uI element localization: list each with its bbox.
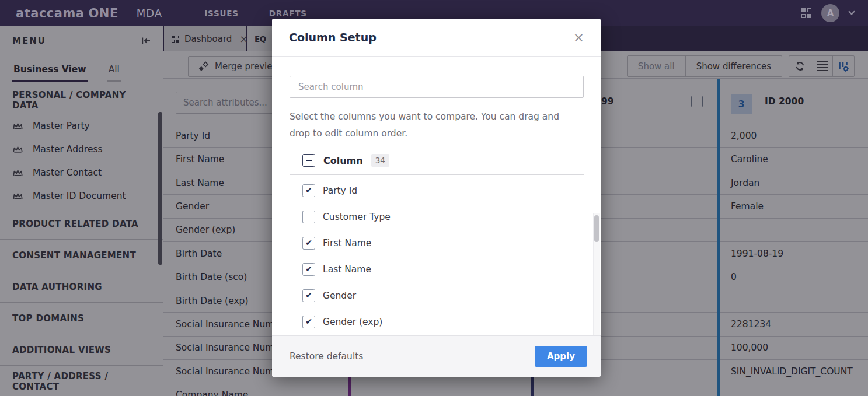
modal-scrollbar-track[interactable] <box>593 213 600 335</box>
chevron-down-icon[interactable] <box>848 8 855 15</box>
apps-grid-square <box>807 14 811 18</box>
topbar-nav: ISSUESDRAFTS <box>204 9 307 18</box>
logo-text: ataccama <box>16 6 85 20</box>
column-list-item[interactable]: Gender (exp) <box>290 309 584 335</box>
ataccama-logo: ataccama ONE <box>16 6 118 20</box>
logo-divider <box>128 6 128 20</box>
checkbox-checked-icon[interactable] <box>302 184 315 197</box>
search-column-input[interactable] <box>290 76 584 98</box>
topbar-right: A <box>801 4 854 22</box>
modal-description: Select the columns you want to compare. … <box>290 108 583 142</box>
column-list-item[interactable]: Party Id <box>290 177 584 204</box>
column-list-item[interactable]: Customer Type <box>290 204 584 230</box>
checkbox-unchecked-icon[interactable] <box>302 211 315 223</box>
group-divider <box>290 174 584 175</box>
column-list-item[interactable]: First Name <box>290 230 584 256</box>
apply-button[interactable]: Apply <box>535 346 587 367</box>
app-name: MDA <box>137 7 162 19</box>
column-list-item[interactable]: Last Name <box>290 256 584 282</box>
column-list: Party IdCustomer TypeFirst NameLast Name… <box>290 177 584 335</box>
modal-footer: Restore defaults Apply <box>272 335 601 377</box>
close-icon[interactable]: × <box>573 31 584 44</box>
apps-grid-square <box>807 8 811 12</box>
modal-title: Column Setup <box>289 31 377 44</box>
column-group-row: Column 34 <box>290 154 584 167</box>
column-label: Customer Type <box>323 212 391 222</box>
column-label: Gender <box>323 290 356 301</box>
column-list-item[interactable]: Gender <box>290 282 584 309</box>
checkbox-indeterminate-icon[interactable] <box>302 154 315 167</box>
modal-header: Column Setup × <box>272 19 601 57</box>
column-group-label: Column <box>323 155 363 166</box>
column-setup-modal: Column Setup × Select the columns you wa… <box>272 19 601 377</box>
apps-grid-square <box>801 14 806 18</box>
column-label: First Name <box>323 238 371 248</box>
column-label: Last Name <box>323 264 371 275</box>
logo-one-text: ONE <box>89 6 118 20</box>
checkbox-checked-icon[interactable] <box>302 289 315 302</box>
apps-grid-square <box>801 8 806 12</box>
nav-item-issues[interactable]: ISSUES <box>204 9 239 18</box>
column-count-badge: 34 <box>371 154 389 167</box>
apps-grid-icon[interactable] <box>801 8 811 18</box>
avatar[interactable]: A <box>821 4 839 22</box>
modal-scrollbar-thumb[interactable] <box>594 215 599 242</box>
restore-defaults-link[interactable]: Restore defaults <box>290 351 363 362</box>
column-label: Gender (exp) <box>323 317 382 327</box>
page: { "topbar": { "logo": "ataccama", "logo_… <box>0 0 868 396</box>
checkbox-checked-icon[interactable] <box>302 237 315 250</box>
column-label: Party Id <box>323 185 357 196</box>
modal-body: Select the columns you want to compare. … <box>272 57 601 335</box>
checkbox-checked-icon[interactable] <box>302 263 315 276</box>
checkbox-checked-icon[interactable] <box>302 316 315 328</box>
nav-item-drafts[interactable]: DRAFTS <box>269 9 307 18</box>
